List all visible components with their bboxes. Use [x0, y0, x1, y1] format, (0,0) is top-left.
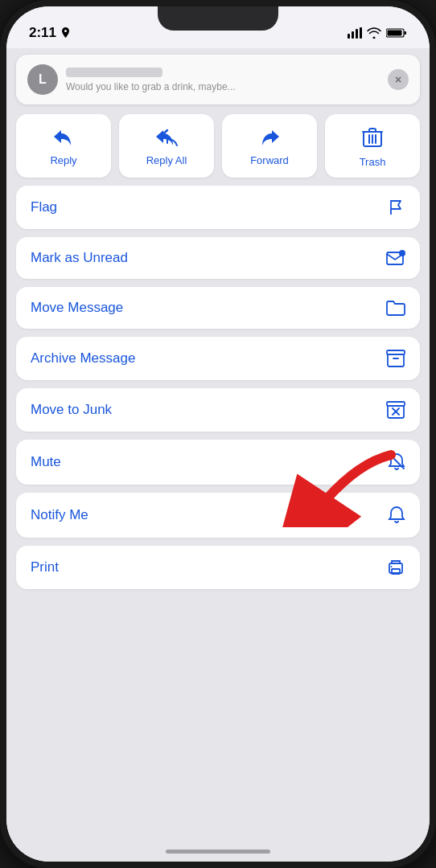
status-icons	[348, 27, 407, 39]
move-junk-menu-item[interactable]: Move to Junk	[16, 388, 420, 432]
forward-button[interactable]: Forward	[222, 114, 317, 178]
svg-rect-7	[388, 31, 402, 36]
mail-icon	[386, 250, 405, 266]
trash-button[interactable]: Trash	[325, 114, 420, 178]
svg-rect-1	[348, 34, 350, 39]
svg-rect-6	[405, 31, 407, 35]
reply-all-label: Reply All	[146, 154, 187, 166]
junk-icon	[386, 401, 405, 419]
mute-menu-item[interactable]: Mute	[16, 440, 420, 485]
move-junk-label: Move to Junk	[31, 402, 112, 418]
archive-menu-item[interactable]: Archive Message	[16, 337, 420, 380]
print-menu-item[interactable]: Print	[16, 546, 420, 589]
bell-icon	[388, 506, 405, 525]
archive-icon	[386, 350, 405, 367]
reply-label: Reply	[50, 154, 76, 166]
action-buttons-grid: Reply Reply All Forward	[16, 114, 420, 178]
phone-frame: 2:11	[0, 0, 436, 868]
move-message-menu-item[interactable]: Move Message	[16, 287, 420, 329]
screen-content: L Would you like to grab a drink, maybe.…	[6, 48, 430, 862]
phone-screen: 2:11	[6, 6, 430, 862]
close-button[interactable]: ×	[388, 69, 409, 90]
move-message-label: Move Message	[31, 300, 123, 316]
svg-rect-14	[387, 350, 405, 354]
svg-point-21	[391, 566, 393, 567]
svg-point-0	[64, 30, 67, 32]
mark-unread-menu-item[interactable]: Mark as Unread	[16, 237, 420, 279]
svg-rect-3	[356, 29, 358, 39]
avatar: L	[27, 64, 58, 95]
notify-me-label: Notify Me	[31, 507, 88, 523]
notification-text: Would you like to grab a drink, maybe...	[66, 68, 380, 92]
svg-point-13	[399, 250, 405, 256]
mute-label: Mute	[31, 454, 61, 470]
trash-icon	[362, 127, 383, 149]
battery-icon	[386, 27, 407, 39]
reply-icon	[51, 127, 76, 148]
menu-list: Flag Mark as Unread Move Mes	[16, 186, 420, 596]
email-notification[interactable]: L Would you like to grab a drink, maybe.…	[16, 55, 420, 104]
folder-icon	[386, 300, 405, 316]
svg-rect-15	[387, 402, 405, 406]
reply-all-icon	[153, 127, 180, 148]
reply-all-button[interactable]: Reply All	[119, 114, 214, 178]
status-time: 2:11	[29, 25, 56, 41]
notification-sender	[66, 68, 162, 77]
home-indicator	[166, 850, 270, 854]
printer-icon	[386, 559, 405, 576]
print-label: Print	[31, 559, 59, 575]
flag-label: Flag	[31, 199, 57, 215]
notify-me-menu-item[interactable]: Notify Me	[16, 493, 420, 538]
svg-rect-4	[360, 27, 362, 39]
forward-icon	[257, 127, 282, 148]
signal-icon	[348, 27, 362, 39]
wifi-icon	[367, 27, 381, 39]
trash-label: Trash	[360, 156, 386, 168]
mute-bell-icon	[388, 452, 405, 472]
mark-unread-label: Mark as Unread	[31, 250, 128, 266]
reply-button[interactable]: Reply	[16, 114, 111, 178]
forward-label: Forward	[250, 154, 289, 166]
archive-label: Archive Message	[31, 350, 135, 366]
flag-icon	[388, 199, 405, 216]
svg-rect-2	[352, 31, 354, 39]
notch	[158, 6, 278, 31]
location-icon	[61, 27, 70, 39]
notification-preview: Would you like to grab a drink, maybe...	[66, 81, 380, 92]
flag-menu-item[interactable]: Flag	[16, 186, 420, 229]
